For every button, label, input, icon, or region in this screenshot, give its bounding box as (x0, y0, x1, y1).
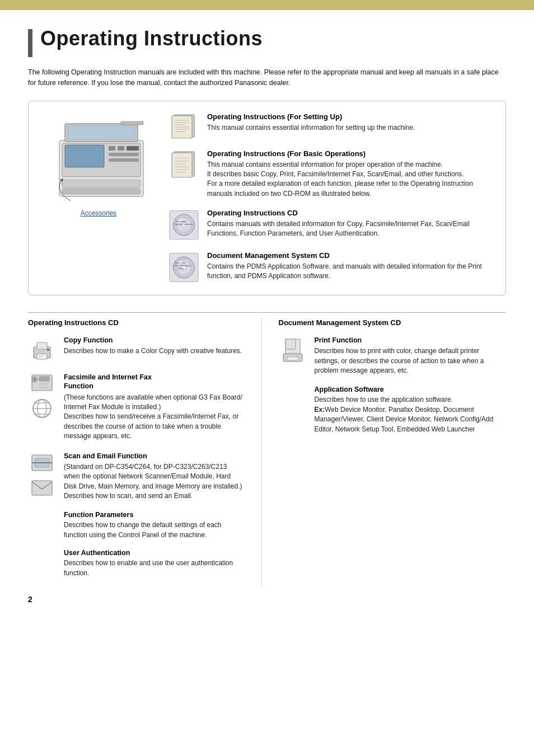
manual-item-basic: Operating Instructions (For Basic Operat… (168, 149, 494, 199)
svg-rect-66 (285, 339, 296, 349)
svg-rect-5 (109, 146, 115, 151)
scan-desc: (Standard on DP-C354/C264, for DP-C323/C… (64, 462, 245, 501)
page-content: Operating Instructions The following Ope… (0, 10, 534, 615)
manual-item-dms-cd: Panasonic/ Document Management System Do… (168, 251, 494, 284)
title-accent-bar (28, 29, 32, 57)
svg-rect-46 (37, 354, 47, 359)
svg-rect-71 (288, 357, 298, 360)
fax-item-text: Facsimile and Internet FaxFunction (Thes… (64, 373, 245, 441)
svg-rect-7 (127, 146, 139, 151)
left-column-title: Operating Instructions CD (28, 318, 245, 327)
params-desc: Describes how to change the default sett… (64, 520, 245, 540)
manual-text-dms-cd: Document Management System CD Contains t… (207, 251, 494, 281)
cd-item-print: Print Function Describes how to print wi… (279, 336, 495, 375)
print-desc: Describes how to print with color, chang… (315, 346, 495, 375)
left-cd-column: Operating Instructions CD Copy Func (28, 318, 262, 587)
print-item-text: Print Function Describes how to print wi… (315, 336, 495, 375)
svg-rect-12 (121, 121, 143, 125)
manual-title-instructions-cd: Operating Instructions CD (207, 209, 494, 217)
copy-item-text: Copy Function Describes how to make a Co… (64, 336, 242, 356)
fax-desc: (These functions are available when opti… (64, 393, 245, 442)
manual-desc-instructions-cd: Contains manuals with detailed informati… (207, 219, 494, 239)
overview-left: Accessories (40, 112, 157, 284)
ex-label: Ex: (315, 406, 325, 414)
manual-desc-dms-cd: Contains the PDMS Application Software, … (207, 262, 494, 281)
copy-title: Copy Function (64, 336, 242, 345)
scan-item-text: Scan and Email Function (Standard on DP-… (64, 452, 245, 501)
svg-point-49 (47, 349, 49, 351)
svg-rect-6 (118, 146, 124, 151)
manual-text-setup: Operating Instructions (For Setting Up) … (207, 112, 415, 133)
svg-rect-22 (172, 153, 192, 177)
book-icon-setup (168, 112, 199, 139)
manual-item-setup: Operating Instructions (For Setting Up) … (168, 112, 494, 139)
book-icon-basic (168, 149, 199, 179)
cd-item-fax: Facsimile and Internet FaxFunction (Thes… (28, 373, 245, 441)
svg-rect-11 (62, 189, 140, 194)
manual-title-setup: Operating Instructions (For Setting Up) (207, 112, 415, 121)
manual-text-basic: Operating Instructions (For Basic Operat… (207, 149, 494, 199)
cd-item-app: Application Software Describes how to us… (315, 386, 495, 434)
title-section: Operating Instructions (28, 27, 506, 57)
accessories-label: Accessories (81, 209, 117, 217)
overview-right: Operating Instructions (For Setting Up) … (168, 112, 494, 284)
svg-text:System: System (178, 267, 184, 270)
cd-item-copy: Copy Function Describes how to make a Co… (28, 336, 245, 363)
intro-text: The following Operating Instruction manu… (28, 67, 506, 88)
svg-point-52 (34, 378, 36, 381)
svg-text:Operating Instructions: Operating Instructions (175, 223, 193, 226)
svg-text:Document Management: Document Management (174, 265, 190, 267)
right-cd-column: Document Management System CD (262, 318, 507, 587)
svg-rect-54 (39, 383, 49, 385)
bottom-section: Operating Instructions CD Copy Func (28, 312, 506, 587)
svg-rect-45 (37, 342, 47, 349)
print-title: Print Function (315, 336, 495, 345)
top-decorative-bar (0, 0, 534, 10)
svg-rect-9 (109, 158, 139, 162)
overview-box: Accessories (28, 101, 506, 296)
scan-title: Scan and Email Function (64, 452, 245, 461)
right-column-title: Document Management System CD (279, 318, 495, 327)
params-title: Function Parameters (64, 511, 245, 519)
print-icon (279, 336, 307, 363)
cd-item-scan: Scan and Email Function (Standard on DP-… (28, 452, 245, 501)
cd-icon-dms: Panasonic/ Document Management System (168, 251, 199, 284)
fax-title: Facsimile and Internet FaxFunction (64, 373, 245, 391)
manual-desc-basic: This manual contains essential informati… (207, 160, 494, 199)
manual-title-basic: Operating Instructions (For Basic Operat… (207, 149, 494, 158)
app-title: Application Software (315, 386, 495, 393)
cd-icon-instructions: Panasonic/ Operating Instructions (168, 209, 199, 241)
svg-rect-53 (39, 377, 49, 381)
svg-rect-3 (68, 125, 135, 139)
svg-rect-55 (39, 386, 49, 388)
cd-item-auth: User Authentication Describes how to ena… (64, 549, 245, 578)
copy-icon (28, 336, 56, 363)
app-ex: Ex:Web Device Monitor, Panafax Desktop, … (315, 405, 495, 434)
svg-rect-4 (65, 145, 104, 167)
manual-desc-setup: This manual contains essential informati… (207, 123, 415, 133)
page-number: 2 (28, 595, 32, 604)
page-title: Operating Instructions (40, 27, 263, 50)
svg-rect-10 (62, 180, 140, 187)
copy-desc: Describes how to make a Color Copy with … (64, 346, 242, 356)
manual-item-instructions-cd: Panasonic/ Operating Instructions Operat… (168, 209, 494, 241)
fax-scan-icon (28, 373, 56, 419)
auth-title: User Authentication (64, 549, 245, 557)
scan-email-icon (28, 452, 56, 497)
app-desc: Describes how to use the application sof… (315, 395, 495, 405)
manual-text-instructions-cd: Operating Instructions CD Contains manua… (207, 209, 494, 239)
svg-rect-64 (32, 481, 52, 495)
machine-illustration (48, 118, 149, 205)
auth-desc: Describes how to enable and use the user… (64, 558, 245, 578)
svg-rect-8 (109, 153, 139, 156)
cd-item-params: Function Parameters Describes how to cha… (64, 511, 245, 540)
manual-title-dms-cd: Document Management System CD (207, 251, 494, 260)
